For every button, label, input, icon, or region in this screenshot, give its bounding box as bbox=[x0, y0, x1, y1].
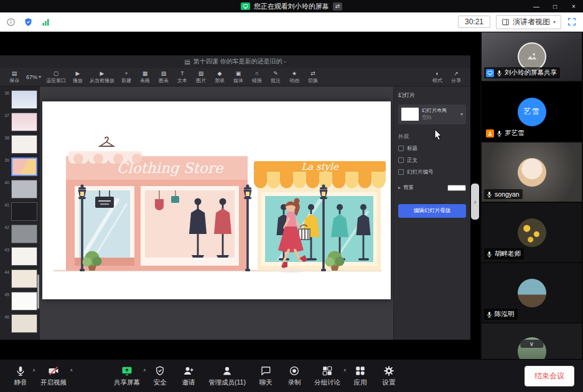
ppt-toolbar-fit[interactable]: ▢适应窗口 bbox=[44, 70, 68, 84]
person-icon bbox=[222, 365, 233, 376]
ppt-toolbar-new[interactable]: +新建 bbox=[117, 70, 136, 84]
edit-master-button[interactable]: 编辑幻灯片母版 bbox=[398, 204, 466, 218]
shared-screen-area: ▤ 第十四课 你的车是新的还是旧的 - ▤保存 67%▾ ▢适应窗口 ▶播放 ▶… bbox=[0, 32, 480, 359]
invite-button[interactable]: 邀请 bbox=[174, 365, 203, 387]
participant-tile[interactable]: songyan bbox=[482, 142, 582, 202]
info-icon[interactable] bbox=[6, 17, 16, 27]
presentation-titlebar: ▤ 第十四课 你的车是新的还是旧的 - bbox=[0, 55, 470, 68]
doc-icon: ▤ bbox=[184, 58, 190, 65]
switch-screen-button[interactable]: ⇄ bbox=[333, 2, 343, 11]
ppt-toolbar-media[interactable]: ▣媒体 bbox=[229, 70, 248, 84]
window-titlebar: 您正在观看刘小玲的屏幕 ⇄ — □ × bbox=[0, 0, 583, 12]
ppt-toolbar-chart[interactable]: ▧图表 bbox=[154, 70, 173, 84]
current-slide[interactable]: Clothing Store bbox=[42, 101, 391, 299]
view-mode-button[interactable]: 演讲者视图 ▾ bbox=[496, 15, 561, 29]
ppt-toolbar-share[interactable]: ↗分享 bbox=[447, 70, 465, 84]
slide-thumbnail[interactable]: 38 bbox=[1, 135, 37, 154]
host-badge-icon bbox=[486, 129, 494, 138]
ppt-toolbar-play-current[interactable]: ▶从当前播放 bbox=[87, 70, 117, 84]
slide-thumbnail[interactable]: 45 bbox=[1, 292, 37, 310]
security-shield-icon[interactable] bbox=[24, 17, 33, 27]
checkbox-slide-number[interactable]: 幻灯片编号 bbox=[398, 169, 466, 176]
presentation-toolbar: ▤保存 67%▾ ▢适应窗口 ▶播放 ▶从当前播放 +新建 ▦表格 ▧图表 T文… bbox=[0, 68, 470, 86]
participant-name-label: songyan bbox=[484, 189, 523, 199]
share-screen-button[interactable]: 共享屏幕 ∧ bbox=[108, 365, 146, 387]
participant-name-label: 罗艺雪 bbox=[484, 128, 528, 139]
meeting-infobar: 30:21 演讲者视图 ▾ bbox=[0, 12, 583, 32]
participant-tile[interactable]: 胡畔老师 bbox=[482, 203, 582, 262]
slide-thumbnail-panel: 36 37 38 39 40 41 42 43 44 45 46 bbox=[0, 86, 40, 340]
share-screen-icon bbox=[121, 365, 133, 376]
chat-button[interactable]: 聊天 bbox=[251, 365, 280, 387]
apps-button[interactable]: 应用 bbox=[346, 365, 375, 387]
ppt-toolbar-shape[interactable]: ◆形状 bbox=[210, 70, 229, 84]
slide-design-panel: 幻灯片 幻灯片布局 空白 ▾ 外观 标题 正文 幻灯片编号 bbox=[393, 86, 470, 340]
slide-thumbnail[interactable]: 43 bbox=[1, 247, 37, 266]
sidebar-collapse-handle[interactable]: › bbox=[471, 184, 479, 220]
image-placeholder-icon bbox=[525, 50, 539, 63]
close-button[interactable]: × bbox=[564, 0, 583, 12]
slide-thumbnail[interactable]: 41 bbox=[1, 202, 37, 221]
slide-thumbnail[interactable]: 37 bbox=[1, 113, 37, 131]
ppt-toolbar-text[interactable]: T文本 bbox=[173, 70, 192, 84]
end-meeting-button[interactable]: 结束会议 bbox=[525, 366, 574, 386]
settings-button[interactable]: 设置 bbox=[375, 365, 403, 387]
ppt-toolbar-mode[interactable]: ◐模式 bbox=[428, 70, 447, 84]
thumbnail-scrollbar[interactable] bbox=[37, 274, 39, 309]
apps-icon bbox=[355, 365, 366, 376]
breakout-icon bbox=[322, 365, 333, 376]
ppt-toolbar-animation[interactable]: ★动画 bbox=[285, 70, 304, 84]
slide-thumbnail[interactable]: 40 bbox=[1, 180, 37, 198]
chevron-up-icon[interactable]: ∧ bbox=[70, 368, 73, 373]
ppt-toolbar-image[interactable]: ▨图片 bbox=[192, 70, 210, 84]
caret-down-icon: ▾ bbox=[460, 111, 463, 117]
slide-thumbnail[interactable]: 46 bbox=[1, 314, 37, 333]
background-color-swatch[interactable] bbox=[447, 185, 466, 191]
ppt-toolbar-table[interactable]: ▦表格 bbox=[136, 70, 154, 84]
participant-tile-screen-share[interactable]: 刘小玲的屏幕共享 bbox=[482, 32, 582, 81]
slide-thumbnail-selected[interactable]: 39 bbox=[1, 157, 37, 176]
checkbox-body[interactable]: 正文 bbox=[398, 157, 466, 164]
ppt-toolbar-transition[interactable]: ⇄切换 bbox=[304, 70, 322, 84]
screen-share-indicator-icon bbox=[241, 2, 250, 10]
ppt-toolbar-link[interactable]: ○链接 bbox=[248, 70, 266, 84]
manage-members-button[interactable]: 管理成员(11) bbox=[203, 365, 251, 387]
ppt-zoom-control[interactable]: 67%▾ bbox=[24, 74, 44, 80]
window-title: 您正在观看刘小玲的屏幕 bbox=[254, 2, 329, 11]
participant-tile-partial[interactable]: ∨ bbox=[482, 324, 582, 359]
start-video-button[interactable]: 开启视频 ∧ bbox=[35, 365, 72, 387]
ppt-toolbar-save[interactable]: ▤保存 bbox=[5, 70, 24, 84]
mic-icon bbox=[496, 130, 503, 137]
fullscreen-icon[interactable] bbox=[567, 17, 577, 27]
record-button[interactable]: 录制 bbox=[280, 365, 309, 387]
minimize-button[interactable]: — bbox=[527, 0, 546, 12]
mute-button[interactable]: 静音 ∧ bbox=[6, 365, 35, 387]
slide-thumbnail[interactable]: 42 bbox=[1, 225, 37, 243]
layout-icon bbox=[501, 18, 510, 26]
checkbox-icon bbox=[398, 157, 404, 163]
meeting-window: 您正在观看刘小玲的屏幕 ⇄ — □ × 30:21 演讲者视图 ▾ bbox=[0, 0, 583, 392]
person-plus-icon bbox=[183, 365, 194, 376]
slide-illustration: Clothing Store bbox=[42, 101, 391, 299]
network-signal-icon[interactable] bbox=[41, 17, 50, 27]
slide-thumbnail[interactable]: 36 bbox=[1, 90, 37, 109]
participant-tile[interactable]: 陈泓明 bbox=[482, 263, 582, 322]
maximize-button[interactable]: □ bbox=[546, 0, 564, 12]
participant-tile[interactable]: 艺雪 罗艺雪 bbox=[482, 82, 582, 141]
slide-layout-selector[interactable]: 幻灯片布局 空白 ▾ bbox=[398, 105, 466, 124]
ppt-toolbar-comment[interactable]: ✎批注 bbox=[266, 70, 285, 84]
background-label: 背景 bbox=[403, 184, 414, 192]
ppt-toolbar-play[interactable]: ▶播放 bbox=[68, 70, 87, 84]
checkbox-icon bbox=[398, 169, 404, 175]
shield-icon bbox=[154, 365, 166, 376]
checkbox-title[interactable]: 标题 bbox=[398, 145, 466, 152]
arrow-right-icon: ▸ bbox=[398, 185, 401, 190]
avatar: 艺雪 bbox=[518, 98, 546, 126]
security-button[interactable]: 安全 bbox=[146, 365, 174, 387]
mic-icon bbox=[15, 365, 26, 376]
breakout-rooms-button[interactable]: 分组讨论 ∧ bbox=[309, 365, 346, 387]
scroll-down-button[interactable]: ∨ bbox=[520, 340, 543, 348]
background-row[interactable]: ▸ 背景 bbox=[398, 184, 466, 192]
avatar bbox=[518, 279, 546, 307]
slide-thumbnail[interactable]: 44 bbox=[1, 269, 37, 288]
